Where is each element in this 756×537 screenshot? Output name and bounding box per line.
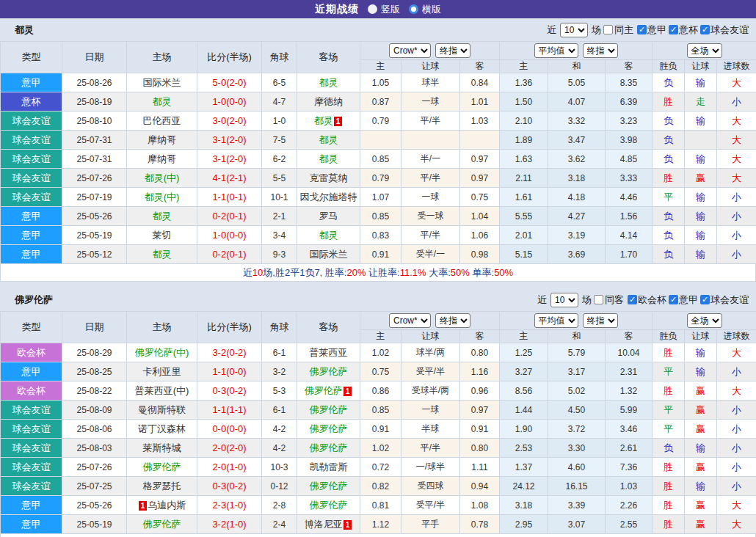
recent-count-select[interactable]: 10 [560, 23, 588, 37]
sub-header-result: 胜负 [653, 60, 685, 73]
avg-home-odds: 2.53 [500, 439, 548, 458]
col-header-corner: 角球 [262, 312, 297, 343]
handicap-line: 受平/半 [401, 496, 460, 515]
sub-header-goals-result: 进球数 [717, 60, 756, 73]
avg-home-odds: 5.15 [500, 245, 548, 264]
league-filter-checkbox[interactable]: 球会友谊 [700, 23, 749, 37]
odds-home: 0.91 [360, 245, 401, 264]
match-score: 2-0(1-0) [197, 458, 262, 477]
group-header-fulltime: 全场 [653, 312, 756, 330]
handicap-line: 受一球 [401, 207, 460, 226]
odds-home: 0.72 [360, 458, 401, 477]
home-team: 诺丁汉森林 [127, 420, 197, 439]
handicap-line: 半/一 [401, 150, 460, 169]
match-score: 0-2(0-1) [197, 245, 262, 264]
recent-count-select[interactable]: 10 [550, 293, 578, 307]
result-goals: 小 [717, 226, 756, 245]
sub-header-home-odds: 主 [360, 330, 401, 343]
same-venue-checkbox[interactable]: 同主 [603, 23, 633, 37]
match-row: 球会友谊25-07-26佛罗伦萨2-0(1-0)10-3凯勒雷斯0.72一/球半… [1, 458, 756, 477]
checkbox-checked-icon [700, 295, 710, 304]
result-goals: 大 [717, 343, 756, 362]
final-odds-select[interactable]: 终指 [435, 43, 470, 58]
avg-draw-odds: 3.30 [548, 439, 606, 458]
summary-text: 10 [252, 267, 263, 278]
league-type-badge: 球会友谊 [1, 150, 62, 169]
radio-vertical-layout[interactable]: 竖版 [368, 3, 400, 16]
match-score: 1-1(0-1) [197, 188, 262, 207]
avg-home-odds: 1.36 [500, 73, 548, 92]
odds-away: 1.03 [460, 112, 500, 131]
avg-draw-odds: 4.60 [548, 458, 606, 477]
final-odds-select[interactable]: 终指 [583, 313, 618, 328]
away-team: 都灵 [297, 226, 360, 245]
final-odds-select[interactable]: 终指 [583, 43, 618, 58]
corner-count: 2-1 [262, 207, 297, 226]
league-type-badge: 球会友谊 [1, 458, 62, 477]
avg-away-odds: 4.46 [606, 188, 653, 207]
avg-away-odds: 2.26 [606, 496, 653, 515]
league-type-badge: 球会友谊 [1, 401, 62, 420]
avg-home-odds: 2.95 [500, 515, 548, 534]
league-filter-label: 意甲 [647, 23, 666, 37]
radio-horizontal-layout[interactable]: 横版 [409, 3, 441, 16]
home-team: 普莱西亚(中) [127, 381, 197, 401]
average-select[interactable]: 平均值 [534, 43, 578, 58]
match-score: 2-3(1-0) [197, 496, 262, 515]
match-date: 25-07-25 [62, 477, 127, 496]
handicap-line: 一球 [401, 401, 460, 420]
away-team: 普莱西亚 [297, 343, 360, 362]
match-date: 25-07-26 [62, 458, 127, 477]
sub-header-handicap: 让球 [401, 330, 460, 343]
match-row: 意杯25-08-19都灵1-0(0-0)4-7摩德纳0.87一球1.011.50… [1, 92, 756, 112]
home-team: 佛罗伦萨 [127, 515, 197, 534]
result-goals: 大 [717, 496, 756, 515]
result-outcome: 胜 [653, 458, 685, 477]
result-outcome: 胜 [653, 477, 685, 496]
match-score: 2-0(2-0) [197, 439, 262, 458]
same-venue-checkbox[interactable]: 同客 [594, 293, 624, 307]
col-header-score: 比分(半场) [197, 312, 262, 343]
league-type-badge: 球会友谊 [1, 112, 62, 131]
result-outcome: 负 [653, 226, 685, 245]
team-label: 佛罗伦萨 [305, 385, 343, 396]
league-filter-checkbox[interactable]: 欧会杯 [628, 293, 666, 307]
result-handicap: 输 [685, 150, 717, 169]
corner-count: 0-12 [262, 477, 297, 496]
handicap-line: 一/球半 [401, 458, 460, 477]
league-filter-checkbox[interactable]: 意杯 [669, 23, 698, 37]
corner-count: 6-1 [262, 401, 297, 420]
match-score: 0-3(0-2) [197, 477, 262, 496]
odds-home: 0.85 [360, 401, 401, 420]
scope-select[interactable]: 全场 [687, 43, 722, 58]
league-filter-checkbox[interactable]: 意甲 [669, 293, 698, 307]
avg-away-odds: 1.56 [606, 207, 653, 226]
avg-draw-odds: 4.07 [548, 92, 606, 112]
team-section-fiorentina: 佛罗伦萨 近 10 场 同客 欧会杯 意甲 球会友谊 [0, 288, 756, 537]
sub-header-away-odds: 客 [460, 330, 500, 343]
result-goals: 小 [717, 458, 756, 477]
league-type-badge: 欧会杯 [1, 381, 62, 401]
result-handicap [685, 131, 717, 150]
avg-away-odds: 7.36 [606, 458, 653, 477]
match-date: 25-07-19 [62, 188, 127, 207]
home-team: 摩纳哥 [127, 131, 197, 150]
match-score: 1-1(1-1) [197, 401, 262, 420]
corner-count: 10-3 [262, 458, 297, 477]
league-filter-label: 欧会杯 [638, 293, 666, 307]
team-label: 摩德纳 [314, 96, 343, 107]
bookmaker-select[interactable]: Crow* [389, 313, 431, 328]
odds-away: 0.80 [460, 439, 500, 458]
games-suffix-label: 场 [592, 23, 601, 37]
summary-text: 50% [451, 267, 470, 278]
team-label: 摩纳哥 [148, 134, 176, 145]
handicap-line: 平/半 [401, 439, 460, 458]
average-select[interactable]: 平均值 [534, 313, 578, 328]
league-filter-checkbox[interactable]: 球会友谊 [700, 293, 749, 307]
league-filter-checkbox[interactable]: 意甲 [637, 23, 666, 37]
match-row: 球会友谊25-08-09曼彻斯特联1-1(1-1)6-1佛罗伦萨0.85一球0.… [1, 401, 756, 420]
bookmaker-select[interactable]: Crow* [389, 43, 431, 58]
scope-select[interactable]: 全场 [687, 313, 722, 328]
final-odds-select[interactable]: 终指 [435, 313, 470, 328]
result-outcome: 负 [653, 207, 685, 226]
